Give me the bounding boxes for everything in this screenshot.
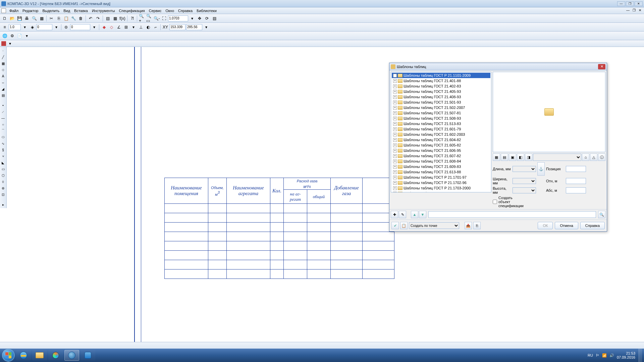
expand-icon[interactable]: + (393, 176, 397, 179)
expand-icon[interactable]: + (393, 133, 397, 136)
close-button[interactable]: ✕ (635, 1, 643, 6)
expand-icon[interactable]: ▸ (0, 201, 6, 207)
maximize-button[interactable]: ❐ (626, 1, 634, 6)
tray-flag-icon[interactable]: 🏳 (596, 353, 599, 357)
view1-icon[interactable]: ▦ (493, 154, 500, 161)
page-icon[interactable]: 📄 (16, 33, 23, 39)
minimize-button[interactable]: — (617, 1, 625, 6)
dialog-close-button[interactable]: ✕ (598, 64, 605, 69)
mdi-restore[interactable]: ❐ (631, 8, 637, 13)
menu-view[interactable]: Вид (61, 8, 72, 13)
new-icon[interactable]: 🗋 (1, 15, 8, 22)
tree-item[interactable]: +Шаблоны таблиц ГОСТ 21.604-82 (392, 137, 490, 142)
expand-icon[interactable]: + (393, 154, 397, 158)
down-arrow-icon[interactable]: ▼ (419, 211, 426, 218)
tree-item[interactable]: +Шаблоны таблиц ГОСТ 21.608-84 (392, 159, 490, 164)
menu-tools[interactable]: Инструменты (90, 8, 117, 13)
fillet-icon[interactable]: ⦡ (0, 153, 6, 159)
angle-icon[interactable]: ∠ (115, 24, 122, 31)
dropdown-icon[interactable]: ▾ (53, 24, 60, 31)
expand-icon[interactable]: + (393, 90, 397, 94)
anchor-icon[interactable]: ⚓ (537, 162, 545, 176)
tree-item[interactable]: +Шаблоны таблиц ГОСТ Р 21.1702-96 (392, 180, 490, 185)
line-icon[interactable]: ╱ (0, 54, 6, 60)
expand-icon[interactable]: + (393, 122, 397, 126)
undo-icon[interactable]: ↶ (87, 15, 94, 22)
redo-icon[interactable]: ↷ (95, 15, 101, 22)
note-icon[interactable]: ◢ (0, 86, 6, 92)
tray-network-icon[interactable]: 📶 (602, 353, 607, 358)
ellipse-icon[interactable]: ⬭ (0, 134, 6, 140)
up-arrow-icon[interactable]: ▲ (411, 211, 418, 218)
preview-icon[interactable]: 🔍 (31, 15, 38, 22)
clock[interactable]: 21:53 07.09.2016 (617, 351, 635, 359)
expand-icon[interactable]: + (393, 106, 397, 110)
dropdown-icon[interactable]: ▾ (91, 24, 98, 31)
view2-icon[interactable]: ▤ (501, 154, 508, 161)
start-button[interactable] (2, 349, 15, 362)
refresh-icon[interactable]: ⟳ (204, 15, 210, 22)
tree-item[interactable]: +Шаблоны таблиц ГОСТ 21.605-82 (392, 142, 490, 148)
menu-libs[interactable]: Библиотеки (195, 8, 219, 13)
expand-icon[interactable]: + (393, 149, 397, 153)
xy-icon[interactable]: XY (162, 24, 169, 31)
length-input[interactable] (513, 166, 536, 172)
mode-select[interactable]: Создать по точке (409, 222, 459, 229)
templates-tree[interactable]: +Шаблоны таблиц ГОСТ Р 21.1101-2009+Шабл… (391, 72, 491, 192)
circle-icon[interactable]: ○ (0, 121, 6, 127)
copy2-icon[interactable]: ⎘ (473, 222, 481, 229)
tree-item[interactable]: +Шаблоны таблиц ГОСТ 21.513-83 (392, 121, 490, 126)
arc-icon[interactable]: ⌒ (0, 128, 6, 134)
contour-icon[interactable]: ◊ (0, 179, 6, 185)
tree-item[interactable]: +Шаблоны таблиц ГОСТ 21.602-2003 (392, 132, 490, 137)
tree-item[interactable]: +Шаблоны таблиц ГОСТ 21.402-83 (392, 83, 490, 89)
expand-icon[interactable]: + (393, 186, 397, 190)
otn-input[interactable] (566, 178, 586, 184)
expand-icon[interactable]: + (393, 165, 397, 169)
taskbar-wmp[interactable] (48, 350, 63, 361)
expand-icon[interactable]: + (393, 84, 397, 88)
dialog-titlebar[interactable]: Шаблоны таблиц ✕ (389, 63, 607, 70)
expand-icon[interactable]: + (393, 79, 397, 83)
expand-icon[interactable]: + (393, 138, 397, 142)
tree-item[interactable]: +Шаблоны таблиц ГОСТ 21.502-2007 (392, 105, 490, 110)
cancel-button[interactable]: Отмена (555, 222, 578, 229)
local-cs-icon[interactable]: ⌐ (152, 24, 159, 31)
coord-y-field[interactable] (186, 24, 202, 30)
mdi-minimize[interactable]: — (625, 8, 631, 13)
menu-edit[interactable]: Редактор (20, 8, 40, 13)
manager-icon[interactable]: ▤ (104, 15, 111, 22)
dim-icon[interactable]: ↔ (0, 79, 6, 85)
view-select[interactable] (533, 154, 581, 161)
expand-icon[interactable]: + (393, 101, 397, 104)
layer-field[interactable] (36, 24, 52, 30)
palette-toggle[interactable] (1, 41, 6, 46)
round-icon[interactable]: ◐ (145, 24, 152, 31)
export-icon[interactable]: 📤 (465, 222, 472, 229)
point-icon[interactable]: · (0, 48, 6, 54)
expand-icon[interactable]: + (393, 127, 397, 131)
help-cursor-icon[interactable]: ⁈ (129, 15, 136, 22)
ortho-icon[interactable]: ⊥ (138, 24, 144, 31)
tree-item[interactable]: +Шаблоны таблиц ГОСТ 21.607-82 (392, 153, 490, 159)
expand-icon[interactable]: + (393, 74, 397, 77)
expand-icon[interactable]: + (393, 170, 397, 174)
tree-item[interactable]: +Шаблоны таблиц ГОСТ Р 21.1701-97 (392, 175, 490, 180)
tree-item[interactable]: +Шаблоны таблиц ГОСТ Р 21.1101-2009 (392, 73, 490, 78)
edit-icon[interactable]: ✎ (399, 211, 406, 218)
grid-icon[interactable]: ⊞ (123, 24, 129, 31)
expand-icon[interactable]: + (393, 95, 397, 99)
rectangle-icon[interactable]: ▭ (0, 166, 6, 172)
zoom-out-icon[interactable]: 🔍- (153, 15, 160, 22)
coord-x-field[interactable] (169, 24, 185, 30)
zoom-field[interactable] (168, 15, 188, 21)
plot-icon[interactable]: ▦ (38, 15, 45, 22)
dropdown-icon[interactable]: ▾ (21, 24, 28, 31)
collect-icon[interactable]: ⊡ (0, 191, 6, 197)
menu-spec[interactable]: Спецификация (117, 8, 147, 13)
view4-icon[interactable]: ◧ (517, 154, 524, 161)
tree-item[interactable]: +Шаблоны таблиц ГОСТ 21.601-79 (392, 126, 490, 132)
abs-input[interactable] (566, 187, 586, 193)
tree-item[interactable]: +Шаблоны таблиц ГОСТ Р 21.1709-2001 (392, 191, 490, 192)
zoom-fit-icon[interactable]: ⛶ (161, 15, 167, 22)
